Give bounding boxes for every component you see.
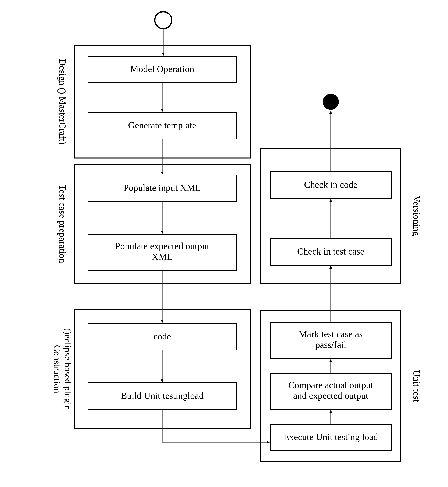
- label-versioning: Versioning: [411, 196, 422, 236]
- text-check-in-code: Check in code: [304, 179, 358, 190]
- text-mark-2: pass/fail: [315, 340, 346, 350]
- text-compare-1: Compare actual output: [288, 380, 373, 390]
- initial-node: [155, 12, 172, 29]
- label-testcase: Test case preparation: [57, 185, 68, 263]
- text-code: code: [153, 331, 171, 341]
- text-populate-input: Populate input XML: [124, 183, 201, 193]
- label-design: Design () MasterCraft): [57, 59, 68, 145]
- text-populate-output-2: XML: [152, 252, 173, 262]
- text-model-operation: Model Operation: [130, 64, 194, 74]
- text-compare-2: and expected output: [293, 390, 368, 401]
- label-construction-2: ()eclipse based plugin: [63, 328, 73, 410]
- text-check-in-tc: Check in test case: [297, 246, 364, 257]
- text-populate-output-1: Populate expected output: [115, 241, 209, 251]
- label-unittest: Unit test: [411, 370, 422, 402]
- text-mark-1: Mark test case as: [299, 329, 363, 339]
- final-node: [323, 94, 339, 110]
- label-construction-1: Construction: [52, 345, 62, 393]
- activity-diagram: Design () MasterCraft) Test case prepara…: [0, 0, 448, 487]
- text-build-unit: Build Unit testingload: [121, 390, 204, 401]
- text-generate-template: Generate template: [128, 120, 196, 130]
- arrow-build-execute: [162, 409, 270, 442]
- text-execute-unit: Execute Unit testing load: [283, 432, 378, 442]
